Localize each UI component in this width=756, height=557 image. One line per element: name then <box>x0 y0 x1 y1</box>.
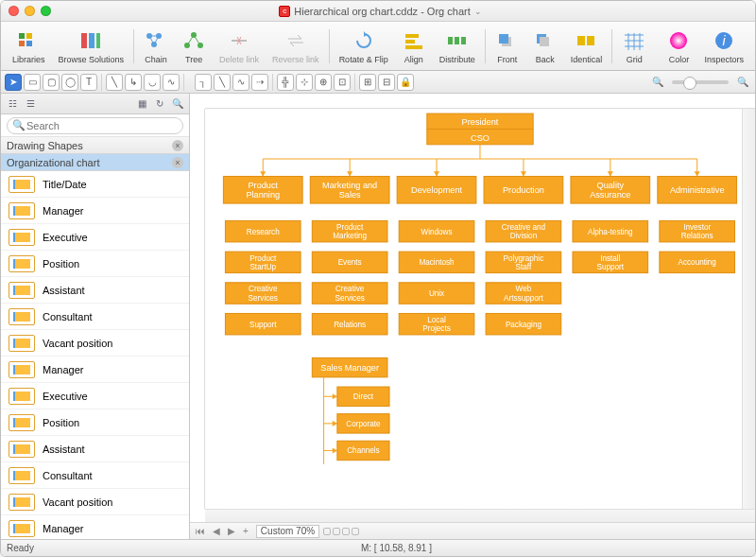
zoom-window-button[interactable] <box>41 6 51 16</box>
library-search-input[interactable] <box>7 117 183 134</box>
pointer-tool[interactable]: ➤ <box>5 74 22 91</box>
stencil-item[interactable]: Manager <box>1 198 189 224</box>
tree-button[interactable]: Tree <box>176 26 212 66</box>
libraries-button[interactable]: Libraries <box>7 26 51 66</box>
stencil-thumb-icon <box>9 176 35 193</box>
snap-tool-4[interactable]: ⊡ <box>334 74 351 91</box>
stencil-item[interactable]: Vacant position <box>1 489 189 515</box>
smart-connector-tool[interactable]: ↳ <box>125 74 142 91</box>
line-tool[interactable]: ╲ <box>106 74 123 91</box>
spline-tool[interactable]: ∿ <box>163 74 180 91</box>
svg-text:Polygraphic: Polygraphic <box>504 254 544 263</box>
align-button[interactable]: Align <box>396 26 432 66</box>
stencil-item[interactable]: Title/Date <box>1 171 189 198</box>
arc-tool[interactable]: ◡ <box>144 74 161 91</box>
stencil-item[interactable]: Assistant <box>1 436 189 462</box>
stencil-item[interactable]: Executive <box>1 383 189 409</box>
rounded-rect-tool[interactable]: ▢ <box>43 74 60 91</box>
lock-tool[interactable]: 🔒 <box>397 74 414 91</box>
svg-rect-14 <box>405 40 415 44</box>
stencil-item[interactable]: Position <box>1 409 189 436</box>
ellipse-tool[interactable]: ◯ <box>61 74 78 91</box>
tab-scroll-left-button[interactable]: ◀ <box>209 526 224 536</box>
stencil-item[interactable]: Manager <box>1 515 189 539</box>
stencil-label: Vacant position <box>43 496 112 508</box>
browse-solutions-button[interactable]: Browse Solutions <box>53 26 130 66</box>
grid-button[interactable]: Grid <box>616 26 652 66</box>
close-icon[interactable]: × <box>172 140 183 151</box>
zoom-level-display[interactable]: Custom 70% <box>256 525 319 538</box>
main-toolbar: Libraries Browse Solutions Chain Tree De… <box>1 22 755 71</box>
drawing-canvas[interactable]: PresidentCSOProductPlanningResearchProdu… <box>205 109 755 509</box>
category-drawing-shapes[interactable]: Drawing Shapes × <box>1 137 189 154</box>
page-thumbnails[interactable] <box>323 528 359 535</box>
stencil-thumb-icon <box>9 467 35 484</box>
stencil-item[interactable]: Consultant <box>1 462 189 489</box>
canvas-area: PresidentCSOProductPlanningResearchProdu… <box>190 94 755 539</box>
stencil-item[interactable]: Executive <box>1 224 189 251</box>
stencil-label: Manager <box>43 364 83 375</box>
category-organizational-chart[interactable]: Organizational chart × <box>1 154 189 171</box>
delete-link-button[interactable]: Delete link <box>214 26 265 66</box>
tab-add-button[interactable]: + <box>239 526 252 536</box>
snap-tool-1[interactable]: ╬ <box>277 74 294 91</box>
tab-prev-button[interactable]: ⏮ <box>192 526 209 536</box>
close-window-button[interactable] <box>9 6 19 16</box>
chevron-down-icon[interactable]: ⌄ <box>474 7 482 16</box>
library-panel-toolbar: ☷ ☰ ▦ ↻ 🔍 <box>1 94 189 114</box>
horizontal-scrollbar[interactable] <box>205 509 755 522</box>
connector-style-1[interactable]: ┐ <box>195 74 212 91</box>
stencil-thumb-icon <box>9 361 35 378</box>
chain-button[interactable]: Chain <box>138 26 174 66</box>
tab-scroll-right-button[interactable]: ▶ <box>224 526 239 536</box>
connector-style-2[interactable]: ╲ <box>214 74 231 91</box>
stencil-item[interactable]: Assistant <box>1 277 189 304</box>
ungroup-tool[interactable]: ⊟ <box>378 74 395 91</box>
panel-search-icon[interactable]: 🔍 <box>170 96 185 112</box>
snap-tool-3[interactable]: ⊕ <box>315 74 332 91</box>
stencil-item[interactable]: Manager <box>1 357 189 383</box>
svg-rect-24 <box>587 36 594 45</box>
panel-grid-icon[interactable]: ▦ <box>134 96 149 112</box>
stencil-label: Assistant <box>43 444 85 455</box>
distribute-button[interactable]: Distribute <box>434 26 481 66</box>
svg-rect-20 <box>499 34 508 44</box>
document-icon: c <box>279 6 290 17</box>
stencil-item[interactable]: Vacant position <box>1 330 189 357</box>
panel-list-icon[interactable]: ☰ <box>23 96 38 112</box>
inspectors-button[interactable]: i Inspectors <box>698 26 749 66</box>
rotate-flip-button[interactable]: Rotate & Flip <box>334 26 394 66</box>
identical-button[interactable]: Identical <box>565 26 609 66</box>
stencil-thumb-icon <box>9 202 35 219</box>
stencil-item[interactable]: Consultant <box>1 304 189 330</box>
svg-text:Staff: Staff <box>516 263 532 271</box>
vertical-scrollbar[interactable] <box>742 109 755 509</box>
panel-tree-icon[interactable]: ☷ <box>5 96 20 112</box>
connector-style-4[interactable]: ⇢ <box>251 74 268 91</box>
group-tool[interactable]: ⊞ <box>359 74 376 91</box>
stencil-list[interactable]: Title/DateManagerExecutivePositionAssist… <box>1 171 189 539</box>
stencil-label: Assistant <box>43 285 85 296</box>
back-button[interactable]: Back <box>527 26 563 66</box>
svg-rect-3 <box>26 41 32 46</box>
color-button[interactable]: Color <box>661 26 696 66</box>
panel-refresh-icon[interactable]: ↻ <box>152 96 167 112</box>
rect-tool[interactable]: ▭ <box>24 74 41 91</box>
svg-rect-18 <box>461 37 466 44</box>
svg-text:Marketing and: Marketing and <box>322 181 377 190</box>
stencil-label: Position <box>43 258 79 270</box>
zoom-in-button[interactable]: 🔍 <box>734 74 751 91</box>
snap-tool-2[interactable]: ⊹ <box>296 74 313 91</box>
minimize-window-button[interactable] <box>25 6 35 16</box>
text-tool[interactable]: T <box>80 74 97 91</box>
svg-point-25 <box>670 32 687 49</box>
zoom-slider[interactable] <box>672 80 729 84</box>
stencil-thumb-icon <box>9 414 35 431</box>
stencil-item[interactable]: Position <box>1 251 189 277</box>
stencil-label: Consultant <box>43 311 93 322</box>
front-button[interactable]: Front <box>490 26 525 66</box>
zoom-out-button[interactable]: 🔍 <box>649 74 666 91</box>
close-icon[interactable]: × <box>172 157 183 168</box>
reverse-link-button[interactable]: Reverse link <box>266 26 325 66</box>
connector-style-3[interactable]: ∿ <box>232 74 249 91</box>
